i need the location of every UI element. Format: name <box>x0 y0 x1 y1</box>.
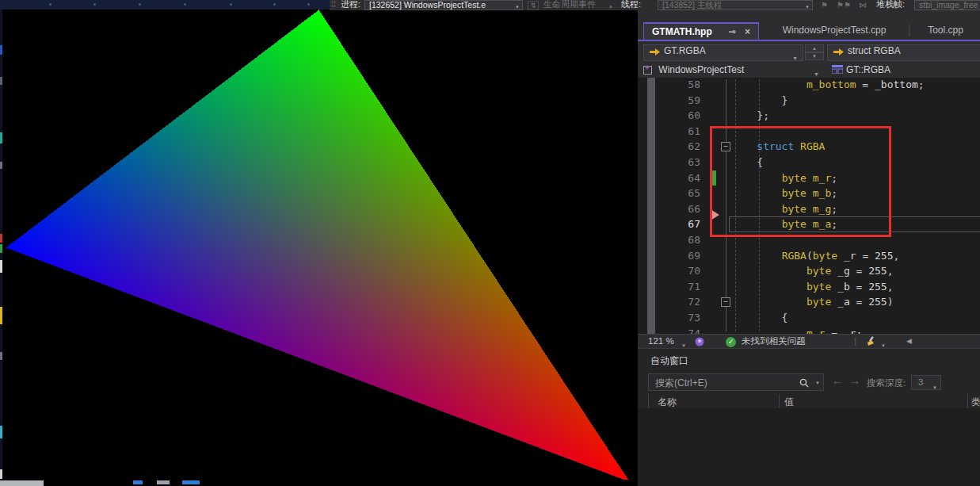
forward-arrow-icon[interactable]: → <box>849 374 860 387</box>
thread-label: 线程: <box>621 0 641 10</box>
code-token <box>831 265 837 277</box>
health-status-text: 未找到相关问题 <box>742 335 806 348</box>
code-token: byte <box>806 296 831 308</box>
code-line[interactable]: 70 byte _g = 255, <box>638 263 980 279</box>
code-text: m_r = _r; <box>732 326 862 334</box>
debug-toolbar: ⁞⁞ 进程: [132652] WindowsProjectTest.e▼ ↯ … <box>330 0 980 10</box>
code-token: byte <box>806 281 831 293</box>
autos-grid-header: 名称 值 类型 <box>638 394 980 408</box>
background-titlebar <box>0 0 330 10</box>
code-line[interactable]: 71 byte _b = 255, <box>638 279 980 295</box>
code-token <box>732 265 806 277</box>
code-token: 255 <box>868 281 887 293</box>
spinner-up-icon[interactable]: ▲ <box>805 44 824 52</box>
code-token: ; <box>856 327 863 334</box>
goto-arrow-icon <box>649 48 660 55</box>
code-token: = <box>825 327 843 334</box>
code-editor[interactable]: 58 m_bottom = _bottom;59 }60 };6162 stru… <box>638 78 980 334</box>
code-text: { <box>732 310 787 326</box>
code-token: _g <box>837 265 850 277</box>
tab-gtmath-hpp[interactable]: GTMATH.hpp ⊸ × <box>643 22 759 40</box>
member-dropdown[interactable]: struct RGBA <box>827 44 980 61</box>
code-token <box>837 250 844 262</box>
code-token: 255 <box>868 265 887 277</box>
line-number: 68 <box>672 232 700 248</box>
line-number: 62 <box>672 139 700 155</box>
code-token <box>732 327 806 334</box>
code-line[interactable]: 74 m_r = _r; <box>638 326 980 334</box>
goto-arrow-icon <box>833 48 844 55</box>
code-line[interactable]: 69 RGBA(byte _r = 255, <box>638 248 980 264</box>
code-token: = <box>850 281 868 293</box>
code-line[interactable]: 59 } <box>638 93 980 109</box>
code-token: = <box>850 265 868 277</box>
process-dropdown[interactable]: [132652] WindowsProjectTest.e▼ <box>364 0 523 10</box>
spinner-down-icon[interactable]: ▼ <box>805 52 824 60</box>
autos-search-input[interactable]: 搜索(Ctrl+E) ▼ <box>648 373 824 391</box>
code-token <box>732 296 806 308</box>
rgb-triangle-canvas <box>2 10 638 480</box>
parallel-stacks-icon[interactable]: ⋈ <box>859 0 867 10</box>
line-number: 60 <box>672 108 700 124</box>
toolbar-grip-icon: ⁞⁞ <box>331 0 336 10</box>
lifecycle-events-icon[interactable]: ↯ <box>528 0 539 10</box>
type-context-item[interactable]: GT::RGBA <box>832 63 890 77</box>
code-token: ) <box>887 296 894 308</box>
project-context-dropdown[interactable]: + WindowsProjectTest ▼ <box>643 63 824 77</box>
line-number: 58 <box>672 78 700 93</box>
zoom-level-dropdown[interactable]: 121 % <box>648 335 674 348</box>
line-number: 67 <box>672 216 700 232</box>
close-icon[interactable]: × <box>745 24 750 40</box>
code-token: ( <box>806 250 813 262</box>
tab-windowsprojecttest-cpp[interactable]: WindowsProjectTest.cpp <box>761 22 908 40</box>
chevron-down-icon: ▼ <box>608 2 613 10</box>
red-annotation-box <box>710 126 891 237</box>
column-divider[interactable] <box>967 394 968 408</box>
scope-dropdown[interactable]: GT.RGBA ▼ <box>643 44 803 61</box>
column-header-value[interactable]: 值 <box>784 396 794 409</box>
lifecycle-events-label[interactable]: 生命周期事件 <box>543 0 596 10</box>
code-line[interactable]: 58 m_bottom = _bottom; <box>638 78 980 93</box>
column-divider[interactable] <box>779 394 780 408</box>
editor-status-bar: 121 % ▼ ✓ 未找到相关问题 | ▼ ◀ <box>638 334 980 348</box>
line-number: 65 <box>672 186 700 201</box>
chevron-down-icon: ▼ <box>805 3 810 10</box>
search-icon[interactable] <box>799 378 809 388</box>
search-depth-dropdown[interactable]: 3▼ <box>911 375 941 390</box>
code-token: _b <box>837 281 850 293</box>
tab-label: GTMATH.hpp <box>652 26 712 37</box>
fold-collapse-icon[interactable]: – <box>721 297 730 307</box>
code-line[interactable]: 60 }; <box>638 108 980 124</box>
code-token <box>732 281 806 293</box>
code-text: byte _b = 255, <box>732 279 894 295</box>
code-token: byte <box>813 250 837 262</box>
code-cleanup-broom-icon[interactable] <box>865 336 876 346</box>
back-arrow-icon[interactable]: ← <box>832 374 843 387</box>
code-health-icon[interactable] <box>695 337 704 346</box>
code-token: , <box>894 250 900 262</box>
process-label: 进程: <box>341 0 360 10</box>
flag-icon[interactable]: ⚑ <box>821 0 828 10</box>
code-token: 255 <box>875 250 893 262</box>
search-depth-label: 搜索深度: <box>867 377 906 389</box>
code-line[interactable]: 72 byte _a = 255) <box>638 294 980 310</box>
tab-tool-cpp[interactable]: Tool.cpp <box>911 22 980 40</box>
autos-grid-body[interactable] <box>638 408 980 486</box>
code-token: _bottom <box>875 78 918 90</box>
thread-dropdown[interactable]: [143852] 主线程▼ <box>658 0 813 10</box>
nav-spinner[interactable]: ▲ ▼ <box>805 44 824 61</box>
line-number: 73 <box>672 310 700 326</box>
stack-frame-dropdown[interactable]: stbi_image_free <box>914 0 980 10</box>
code-token: 255 <box>868 296 887 308</box>
code-token: { <box>732 312 787 323</box>
struct-icon <box>832 65 843 74</box>
flag-all-threads-icon[interactable]: ⚑⚑ <box>837 0 851 10</box>
code-line[interactable]: 73 { <box>638 310 980 326</box>
cpp-project-icon: + <box>643 66 652 75</box>
column-header-name[interactable]: 名称 <box>658 396 677 409</box>
scroll-left-icon[interactable]: ◀ <box>906 335 912 348</box>
code-token: } <box>732 94 787 106</box>
code-token: RGBA <box>782 250 806 262</box>
pin-icon[interactable]: ⊸ <box>728 24 736 40</box>
code-text: byte _g = 255, <box>732 263 894 279</box>
